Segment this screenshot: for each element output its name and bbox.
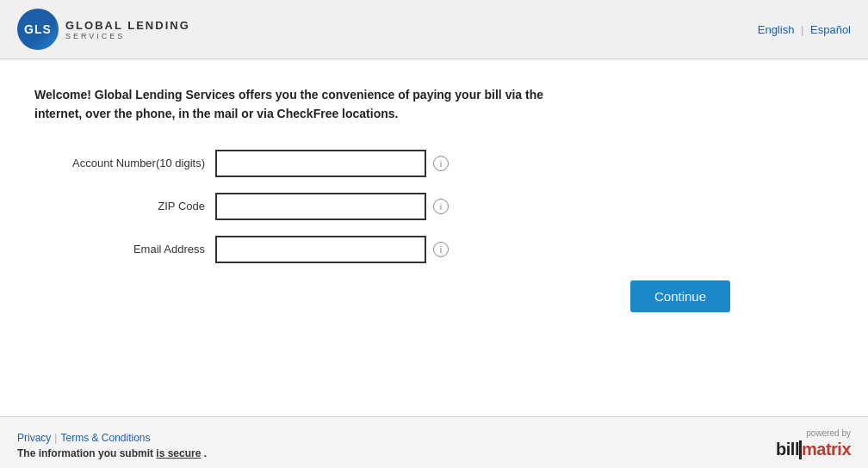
powered-by-text: powered by	[806, 428, 851, 438]
billmatrix-area: powered by bill matrix	[776, 428, 851, 459]
footer-separator: |	[54, 432, 57, 444]
zip-code-label: ZIP Code	[43, 200, 215, 212]
email-address-row: Email Address i	[43, 236, 834, 263]
account-number-row: Account Number(10 digits) i	[43, 150, 834, 177]
continue-button[interactable]: Continue	[630, 280, 730, 312]
footer-left: Privacy | Terms & Conditions The informa…	[17, 432, 207, 459]
logo-text: GLOBAL LENDING SERVICES	[65, 19, 190, 40]
logo-icon: GLS	[17, 9, 59, 50]
zip-code-input-wrap: i	[215, 193, 449, 220]
account-number-input[interactable]	[215, 150, 426, 177]
zip-code-input[interactable]	[215, 193, 426, 220]
english-link[interactable]: English	[758, 23, 795, 36]
email-address-label: Email Address	[43, 243, 215, 256]
zip-code-row: ZIP Code i	[43, 193, 834, 220]
secure-text-prefix: The information you submit	[17, 447, 153, 459]
billmatrix-bill: bill	[776, 440, 799, 459]
header: GLS GLOBAL LENDING SERVICES English | Es…	[0, 0, 868, 59]
footer: Privacy | Terms & Conditions The informa…	[0, 416, 868, 468]
logo-subtitle: SERVICES	[65, 32, 190, 40]
footer-links: Privacy | Terms & Conditions	[17, 432, 207, 444]
main-content: Welcome! Global Lending Services offers …	[0, 59, 868, 416]
account-number-input-wrap: i	[215, 150, 449, 177]
logo-area: GLS GLOBAL LENDING SERVICES	[17, 9, 190, 50]
spanish-link[interactable]: Español	[810, 23, 851, 36]
lang-separator: |	[801, 23, 803, 36]
account-number-info-icon[interactable]: i	[433, 156, 449, 171]
form-section: Account Number(10 digits) i ZIP Code i E…	[43, 150, 834, 263]
email-address-input[interactable]	[215, 236, 426, 263]
privacy-link[interactable]: Privacy	[17, 432, 51, 444]
language-switcher: English | Español	[758, 23, 851, 36]
zip-code-info-icon[interactable]: i	[433, 199, 449, 214]
billmatrix-matrix: matrix	[802, 440, 851, 459]
billmatrix-logo: bill matrix	[776, 440, 851, 459]
email-address-input-wrap: i	[215, 236, 449, 263]
account-number-label: Account Number(10 digits)	[43, 157, 215, 169]
secure-text: The information you submit is secure .	[17, 447, 207, 459]
email-address-info-icon[interactable]: i	[433, 242, 449, 257]
secure-text-bold: is secure	[156, 447, 201, 459]
terms-link[interactable]: Terms & Conditions	[60, 432, 150, 444]
button-row: Continue	[34, 280, 834, 312]
secure-text-suffix: .	[204, 447, 207, 459]
logo-title: GLOBAL LENDING	[65, 19, 190, 32]
welcome-text: Welcome! Global Lending Services offers …	[34, 85, 586, 124]
